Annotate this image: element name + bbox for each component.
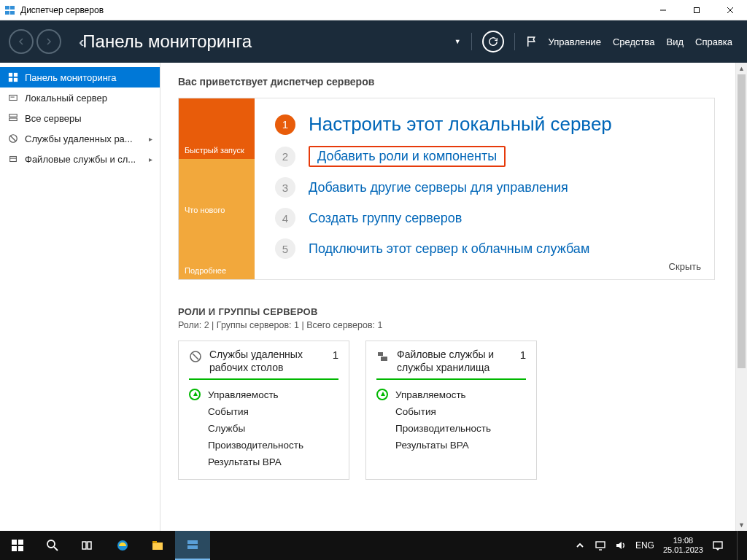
step-number: 1 bbox=[275, 114, 295, 135]
svg-rect-41 bbox=[713, 542, 722, 548]
tray-notifications-icon[interactable] bbox=[712, 540, 724, 551]
sidebar-item-label: Файловые службы и сл... bbox=[25, 154, 136, 165]
role-card-count: 1 bbox=[333, 349, 338, 361]
scroll-down-icon[interactable]: ▼ bbox=[736, 519, 747, 531]
menu-help[interactable]: Справка bbox=[695, 36, 732, 47]
role-row-bpa[interactable]: Результаты BPA bbox=[376, 437, 526, 454]
minimize-button[interactable] bbox=[646, 0, 680, 20]
show-desktop-button[interactable] bbox=[737, 531, 741, 560]
sidebar: Панель мониторинга Локальный сервер Все … bbox=[0, 63, 160, 531]
explorer-icon[interactable] bbox=[140, 531, 175, 560]
tray-volume-icon[interactable] bbox=[615, 540, 627, 551]
sidebar-item-all-servers[interactable]: Все серверы bbox=[0, 108, 160, 128]
svg-rect-16 bbox=[9, 118, 18, 121]
step-create-group[interactable]: 4 Создать группу серверов bbox=[275, 208, 694, 228]
window-title: Диспетчер серверов bbox=[20, 5, 646, 15]
nav-forward-button[interactable] bbox=[36, 29, 61, 54]
notifications-flag-icon[interactable] bbox=[525, 35, 538, 48]
svg-rect-26 bbox=[18, 540, 23, 545]
chevron-right-icon: ▸ bbox=[149, 155, 152, 163]
hide-link[interactable]: Скрыть bbox=[669, 261, 701, 272]
chevron-right-icon: ▸ bbox=[149, 135, 152, 143]
quickstart-tab-more[interactable]: Подробнее bbox=[179, 219, 255, 279]
server-manager-taskbar-icon[interactable] bbox=[175, 531, 210, 560]
sidebar-item-label: Все серверы bbox=[25, 113, 82, 124]
step-number: 2 bbox=[275, 147, 295, 167]
page-title: Панель мониторинга bbox=[82, 31, 252, 52]
start-button[interactable] bbox=[0, 531, 35, 560]
quickstart-tab-quick[interactable]: Быстрый запуск bbox=[179, 98, 255, 159]
sidebar-item-rds[interactable]: Службы удаленных ра... ▸ bbox=[0, 128, 160, 149]
role-row-events[interactable]: События bbox=[376, 403, 526, 420]
svg-rect-19 bbox=[10, 157, 17, 162]
svg-line-30 bbox=[54, 547, 58, 551]
step-label: Создать группу серверов bbox=[309, 211, 462, 226]
role-row-services[interactable]: Службы bbox=[189, 420, 338, 437]
maximize-button[interactable] bbox=[680, 0, 713, 20]
step-number: 5 bbox=[275, 238, 295, 259]
role-card-title: Службы удаленных рабочих столов bbox=[209, 349, 325, 374]
step-add-roles[interactable]: 2 Добавить роли и компоненты bbox=[275, 146, 694, 167]
step-configure-local[interactable]: 1 Настроить этот локальный сервер bbox=[275, 113, 694, 136]
svg-rect-13 bbox=[9, 96, 18, 101]
step-cloud-connect[interactable]: 5 Подключить этот сервер к облачным служ… bbox=[275, 238, 694, 259]
sidebar-item-file-services[interactable]: Файловые службы и сл... ▸ bbox=[0, 149, 160, 169]
sidebar-item-local-server[interactable]: Локальный сервер bbox=[0, 88, 160, 108]
svg-rect-36 bbox=[187, 540, 198, 544]
svg-point-29 bbox=[47, 540, 55, 548]
role-row-manageability[interactable]: Управляемость bbox=[376, 386, 526, 403]
step-add-servers[interactable]: 3 Добавить другие серверы для управления bbox=[275, 177, 694, 198]
step-label: Настроить этот локальный сервер bbox=[309, 113, 612, 136]
svg-rect-15 bbox=[9, 114, 18, 117]
header-dropdown-caret[interactable]: ▼ bbox=[452, 38, 461, 45]
svg-rect-3 bbox=[10, 11, 15, 15]
scroll-up-icon[interactable]: ▲ bbox=[736, 63, 747, 74]
svg-rect-10 bbox=[14, 73, 18, 77]
sidebar-item-label: Службы удаленных ра... bbox=[25, 133, 133, 144]
svg-rect-38 bbox=[596, 542, 605, 548]
tray-display-icon[interactable] bbox=[595, 540, 606, 551]
rds-icon bbox=[189, 350, 202, 363]
tray-clock[interactable]: 19:08 25.01.2023 bbox=[663, 536, 703, 555]
breadcrumb-chevron-icon: ‹‹ bbox=[79, 34, 80, 50]
svg-rect-24 bbox=[381, 357, 387, 361]
sidebar-item-dashboard[interactable]: Панель мониторинга bbox=[0, 67, 160, 88]
scroll-thumb[interactable] bbox=[738, 74, 746, 368]
ie-icon[interactable] bbox=[105, 531, 140, 560]
role-row-bpa[interactable]: Результаты BPA bbox=[189, 454, 338, 470]
step-label: Добавить роли и компоненты bbox=[309, 146, 506, 167]
svg-rect-5 bbox=[694, 7, 700, 12]
app-icon bbox=[4, 4, 16, 16]
search-button[interactable] bbox=[35, 531, 70, 560]
svg-rect-32 bbox=[88, 542, 91, 549]
role-row-manageability[interactable]: Управляемость bbox=[189, 386, 338, 403]
vertical-scrollbar[interactable]: ▲ ▼ bbox=[735, 63, 747, 531]
role-row-events[interactable]: События bbox=[189, 403, 338, 420]
role-row-performance[interactable]: Производительность bbox=[376, 420, 526, 437]
task-view-button[interactable] bbox=[70, 531, 105, 560]
menu-view[interactable]: Вид bbox=[666, 36, 684, 47]
server-icon bbox=[7, 92, 19, 104]
quickstart-tab-whatsnew[interactable]: Что нового bbox=[179, 159, 255, 219]
svg-rect-25 bbox=[12, 540, 17, 545]
menu-tools[interactable]: Средства bbox=[613, 36, 655, 47]
tray-language[interactable]: ENG bbox=[635, 540, 654, 551]
tray-overflow-icon[interactable] bbox=[574, 540, 586, 551]
up-arrow-icon bbox=[189, 389, 201, 400]
svg-rect-31 bbox=[82, 542, 86, 549]
welcome-heading: Вас приветствует диспетчер серверов bbox=[178, 76, 715, 88]
role-card-file-services: Файловые службы и службы хранилища 1 Упр… bbox=[365, 341, 537, 480]
svg-rect-23 bbox=[378, 352, 383, 356]
svg-rect-12 bbox=[14, 78, 18, 82]
close-button[interactable] bbox=[713, 0, 747, 20]
menu-manage[interactable]: Управление bbox=[549, 36, 601, 47]
role-row-performance[interactable]: Производительность bbox=[189, 437, 338, 454]
nav-back-button[interactable] bbox=[9, 29, 34, 54]
step-number: 3 bbox=[275, 177, 295, 198]
step-number: 4 bbox=[275, 208, 295, 228]
svg-rect-0 bbox=[5, 6, 9, 9]
file-icon bbox=[7, 153, 19, 165]
svg-rect-1 bbox=[10, 6, 15, 9]
svg-marker-40 bbox=[616, 542, 622, 549]
refresh-button[interactable] bbox=[482, 31, 504, 52]
